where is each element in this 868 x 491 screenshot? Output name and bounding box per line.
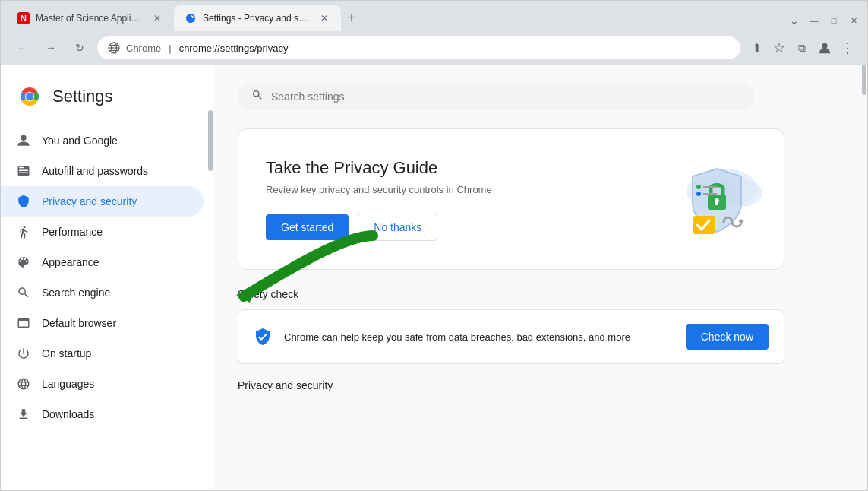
download-icon <box>16 407 31 422</box>
svg-point-6 <box>822 43 827 49</box>
tab-bar: N Master of Science Applied Be ✕ Setting… <box>7 5 787 31</box>
sidebar-item-search-engine[interactable]: Search engine <box>1 277 204 308</box>
minimize-button[interactable]: — <box>806 13 822 28</box>
startup-icon <box>16 346 31 361</box>
svg-point-18 <box>696 185 701 189</box>
sidebar-item-downloads[interactable]: Downloads <box>1 399 204 429</box>
safety-check-icon <box>254 328 272 346</box>
autofill-icon <box>16 163 31 179</box>
address-separator: | <box>169 43 171 54</box>
safety-check-section: Safety check Chrome can help keep you sa… <box>238 288 843 364</box>
sidebar-item-privacy-security[interactable]: Privacy and security <box>1 186 204 217</box>
tab-1-favicon: N <box>17 12 30 24</box>
bookmark-button[interactable]: ☆ <box>769 37 790 59</box>
browser-content: Settings You and Google <box>1 65 867 490</box>
address-favicon <box>108 42 120 54</box>
sidebar-item-search-label: Search engine <box>42 287 110 299</box>
maximize-button[interactable]: □ <box>826 13 841 28</box>
share-button[interactable]: ⬆ <box>746 37 767 59</box>
tab-1[interactable]: N Master of Science Applied Be ✕ <box>7 5 174 31</box>
window-controls: ⌄ — □ ✕ <box>787 13 861 28</box>
sidebar-item-downloads-label: Downloads <box>42 408 94 420</box>
main-scrollbar-thumb[interactable] <box>862 65 866 95</box>
card-subtitle: Review key privacy and security controls… <box>266 184 635 195</box>
person-icon <box>16 133 31 148</box>
reload-button[interactable]: ↻ <box>68 36 92 60</box>
sidebar: Settings You and Google <box>1 65 213 490</box>
sidebar-item-performance[interactable]: Performance <box>1 217 204 247</box>
appearance-icon <box>16 255 31 270</box>
toolbar-actions: ⬆ ☆ ⧉ ⋮ <box>746 37 858 59</box>
sidebar-item-you-and-google-label: You and Google <box>42 135 118 147</box>
svg-marker-17 <box>738 219 744 222</box>
safety-check-card: Chrome can help keep you safe from data … <box>238 309 784 364</box>
svg-point-9 <box>26 93 33 100</box>
shield-illustration <box>650 154 756 245</box>
card-content: Take the Privacy Guide Review key privac… <box>266 158 635 241</box>
safety-check-title: Safety check <box>238 288 843 300</box>
back-button[interactable]: ← <box>10 36 34 60</box>
safety-check-text: Chrome can help keep you safe from data … <box>284 331 674 343</box>
search-bar-icon <box>251 89 264 104</box>
sidebar-item-autofill-label: Autofill and passwords <box>42 165 148 177</box>
sidebar-item-you-and-google[interactable]: You and Google <box>1 125 204 156</box>
sidebar-item-languages[interactable]: Languages <box>1 369 204 399</box>
privacy-guide-card: Take the Privacy Guide Review key privac… <box>238 128 784 270</box>
svg-point-20 <box>696 192 701 196</box>
sidebar-scrollbar[interactable] <box>208 65 213 490</box>
browser-icon <box>16 315 31 331</box>
address-text: Chrome <box>126 43 161 54</box>
sidebar-item-autofill[interactable]: Autofill and passwords <box>1 156 204 186</box>
performance-icon <box>16 224 31 239</box>
sidebar-item-appearance[interactable]: Appearance <box>1 247 204 277</box>
settings-title: Settings <box>52 87 113 106</box>
sidebar-item-default-browser-label: Default browser <box>42 317 116 329</box>
sidebar-item-performance-label: Performance <box>42 226 103 238</box>
get-started-button[interactable]: Get started <box>266 214 349 240</box>
tab-1-close[interactable]: ✕ <box>151 12 163 24</box>
tab-2-close[interactable]: ✕ <box>318 12 330 24</box>
browser-frame: N Master of Science Applied Be ✕ Setting… <box>0 0 868 491</box>
address-row: ← → ↻ Chrome | chrome://settings/privacy… <box>1 31 867 65</box>
search-input[interactable] <box>271 90 740 103</box>
svg-point-0 <box>189 17 192 20</box>
svg-rect-15 <box>715 201 718 205</box>
search-icon <box>16 285 31 300</box>
sidebar-item-languages-label: Languages <box>42 378 94 390</box>
chrome-logo <box>16 83 43 110</box>
menu-button[interactable]: ⋮ <box>837 37 858 59</box>
tab-2-title: Settings - Privacy and security <box>203 13 312 24</box>
card-buttons: Get started No thanks <box>266 214 635 241</box>
sidebar-item-on-startup[interactable]: On startup <box>1 338 204 369</box>
tab-2[interactable]: Settings - Privacy and security ✕ <box>174 5 341 31</box>
search-bar <box>238 83 754 110</box>
forward-button[interactable]: → <box>39 36 63 60</box>
sidebar-item-privacy-label: Privacy and security <box>42 195 137 207</box>
new-tab-button[interactable]: + <box>341 7 362 28</box>
globe-icon <box>16 376 31 391</box>
shield-svg <box>650 154 772 252</box>
profile-button[interactable] <box>814 37 835 59</box>
sidebar-item-default-browser[interactable]: Default browser <box>1 308 204 338</box>
main-scrollbar[interactable] <box>861 65 867 490</box>
address-bar[interactable]: Chrome | chrome://settings/privacy <box>96 36 741 60</box>
close-button[interactable]: ✕ <box>846 13 861 28</box>
settings-page: Settings You and Google <box>1 65 867 490</box>
tab-1-title: Master of Science Applied Be <box>36 13 145 24</box>
extension-button[interactable]: ⧉ <box>791 37 813 59</box>
sidebar-item-appearance-label: Appearance <box>42 256 99 268</box>
settings-logo-row: Settings <box>1 77 213 125</box>
address-path: chrome://settings/privacy <box>179 43 289 54</box>
card-title: Take the Privacy Guide <box>266 158 635 178</box>
shield-icon <box>16 194 31 209</box>
title-bar: N Master of Science Applied Be ✕ Setting… <box>1 1 867 31</box>
sidebar-item-on-startup-label: On startup <box>42 347 91 360</box>
sidebar-scrollbar-thumb[interactable] <box>208 110 213 171</box>
no-thanks-button[interactable]: No thanks <box>358 214 437 241</box>
chevron-button[interactable]: ⌄ <box>787 13 802 28</box>
tab-2-favicon <box>185 12 197 24</box>
privacy-section-title: Privacy and security <box>238 379 843 391</box>
main-panel: Take the Privacy Guide Review key privac… <box>213 65 867 490</box>
check-now-button[interactable]: Check now <box>686 324 769 350</box>
